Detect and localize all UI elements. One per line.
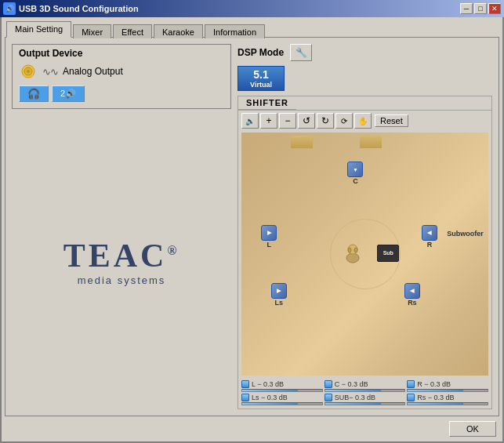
front-right-wall [360, 136, 382, 148]
minus-icon: − [285, 115, 290, 126]
minus-button[interactable]: − [279, 113, 296, 129]
level-Rs: Rs − 0.3 dB [407, 394, 488, 405]
level-Rs-indicator [407, 394, 415, 401]
level-L-track[interactable] [241, 389, 323, 392]
level-Ls: Ls − 0.3 dB [241, 394, 323, 405]
teac-subtitle: media systems [78, 274, 166, 286]
level-Ls-text: Ls − 0.3 dB [252, 394, 288, 401]
level-bars: L − 0.3 dB C − 0.3 dB [238, 377, 491, 409]
front-left-wall [291, 136, 313, 148]
speaker-Rs-label: Rs [408, 299, 417, 307]
level-C-fill [325, 390, 381, 391]
speaker-icon [19, 64, 38, 79]
level-R-indicator [407, 380, 415, 388]
headphone-icon: 🎧 [27, 88, 40, 100]
close-button[interactable]: ✕ [488, 3, 501, 14]
speaker-Ls-pos[interactable]: ▶ Ls [271, 283, 287, 307]
speakers-icon: 2🔊 [60, 89, 76, 99]
level-L-indicator [241, 380, 249, 388]
teac-brand: TEAC® [63, 237, 180, 274]
level-Ls-track[interactable] [241, 402, 323, 405]
dsp-mode-button[interactable]: 🔧 [290, 44, 312, 61]
headphone-button[interactable]: 🎧 [19, 85, 49, 102]
shifter-toolbar: 🔈 + − ↺ ↻ ⟳ [238, 111, 491, 131]
dsp-mode-label: DSP Mode [237, 47, 284, 58]
plus-button[interactable]: + [260, 113, 277, 129]
shifter-tab-area: SHIFTER [238, 96, 491, 111]
level-R-track[interactable] [407, 389, 488, 392]
minimize-button[interactable]: ─ [460, 3, 473, 14]
speaker-R-pos[interactable]: ◀ R [422, 225, 437, 249]
virtual-num: 5.1 [245, 68, 277, 81]
tab-bar: Main Setting Mixer Effect Karaoke Inform… [2, 17, 502, 37]
level-SUB-indicator [325, 394, 332, 401]
speaker-diagram[interactable]: ▶ L ▼ C ◀ R ▶ Ls [241, 133, 488, 376]
level-C-text: C − 0.3 dB [335, 380, 368, 388]
rotate-cw-icon: ↻ [321, 115, 329, 126]
bottom-bar: OK [2, 416, 502, 441]
speaker-Sub-icon: Sub [377, 245, 399, 262]
level-Rs-fill [408, 403, 463, 405]
speakers-button[interactable]: 2🔊 [52, 85, 85, 102]
level-L: L − 0.3 dB [241, 380, 323, 392]
level-L-text: L − 0.3 dB [252, 380, 284, 388]
level-R: R − 0.3 dB [407, 380, 488, 392]
tab-information[interactable]: Information [205, 24, 265, 38]
speaker-Rs-pos[interactable]: ◀ Rs [404, 283, 420, 307]
level-R-fill [408, 390, 463, 391]
level-Rs-text: Rs − 0.3 dB [417, 394, 454, 401]
level-SUB-track[interactable] [325, 402, 406, 405]
speaker-Ls-label: Ls [275, 299, 284, 307]
level-SUB-text: SUB− 0.3 dB [335, 394, 375, 401]
subwoofer-label: Subwoofer [447, 230, 484, 238]
maximize-button[interactable]: □ [474, 3, 487, 14]
speaker-L-pos[interactable]: ▶ L [261, 225, 277, 249]
rotate-cw-button[interactable]: ↻ [317, 113, 334, 129]
reset-button[interactable]: Reset [375, 114, 408, 127]
shifter-panel: SHIFTER 🔈 + − ↺ [237, 96, 492, 409]
svg-point-6 [354, 248, 357, 252]
hand-button[interactable]: ✋ [354, 113, 372, 129]
shifter-tab-label[interactable]: SHIFTER [238, 96, 296, 110]
virtual-sub: Virtual [245, 81, 277, 89]
registered-mark: ® [167, 244, 179, 257]
waveform-symbol: ∿∿ [42, 66, 58, 78]
device-name: Analog Output [63, 66, 123, 77]
tab-mixer[interactable]: Mixer [73, 24, 111, 38]
rotate-ccw-icon: ↺ [303, 115, 310, 126]
window-title: USB 3D Sound Configuration [19, 4, 139, 13]
tab-main-setting[interactable]: Main Setting [6, 21, 71, 38]
virtual-51-button[interactable]: 5.1 Virtual [237, 66, 285, 91]
speaker-R-icon: ◀ [422, 225, 437, 241]
tab-effect[interactable]: Effect [113, 24, 152, 38]
wrench-icon: 🔧 [296, 47, 307, 58]
sync-button[interactable]: ⟳ [335, 113, 353, 129]
front-wall-speakers [291, 136, 382, 148]
level-C-track[interactable] [325, 389, 406, 392]
level-Rs-track[interactable] [407, 402, 488, 405]
main-window: Main Setting Mixer Effect Karaoke Inform… [0, 17, 504, 443]
plus-icon: + [266, 115, 271, 126]
app-icon: 🔊 [3, 2, 16, 15]
level-C: C − 0.3 dB [325, 380, 406, 392]
volume-icon-button[interactable]: 🔈 [241, 113, 259, 129]
speaker-C-label: C [353, 177, 358, 185]
sync-icon: ⟳ [341, 117, 347, 125]
hand-icon: ✋ [358, 117, 368, 125]
tab-karaoke[interactable]: Karaoke [154, 24, 203, 38]
speaker-Ls-icon: ▶ [271, 283, 287, 299]
dsp-mode-row: DSP Mode 🔧 [237, 44, 492, 61]
speaker-Sub-pos[interactable]: Sub [377, 245, 399, 262]
device-buttons: 🎧 2🔊 [19, 85, 224, 102]
rotate-ccw-button[interactable]: ↺ [298, 113, 315, 129]
level-C-indicator [325, 380, 332, 388]
output-device-box: Output Device ∿∿ Analog Output [12, 44, 231, 109]
title-bar: 🔊 USB 3D Sound Configuration ─ □ ✕ [0, 0, 504, 17]
level-Ls-indicator [241, 394, 249, 401]
ok-button[interactable]: OK [449, 421, 496, 437]
output-device-row: ∿∿ Analog Output [19, 64, 224, 79]
svg-point-3 [346, 253, 359, 263]
speaker-C-pos[interactable]: ▼ C [347, 162, 363, 185]
level-L-fill [242, 390, 298, 391]
level-Ls-fill [242, 403, 298, 405]
